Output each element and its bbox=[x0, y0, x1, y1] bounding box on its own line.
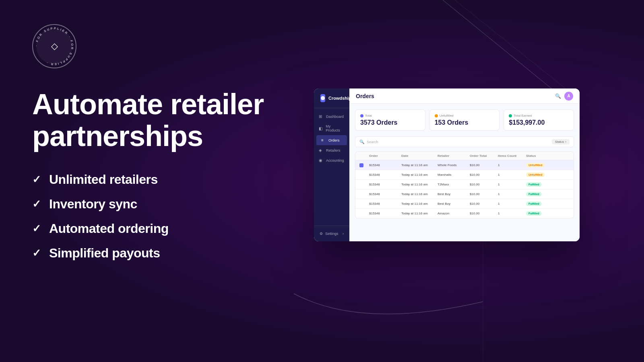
td-date-3: Today at 11:16 am bbox=[401, 183, 438, 186]
status-badge-6: Fulfilled bbox=[526, 211, 542, 216]
table-row[interactable]: $15348 Today at 11:16 am Marshalls $10.0… bbox=[355, 170, 574, 180]
settings-icon: ⚙ bbox=[320, 232, 323, 236]
td-total-6: $10.00 bbox=[470, 212, 498, 215]
stat-dot-total bbox=[360, 114, 363, 117]
sidebar-bottom: ⚙ Settings › bbox=[314, 226, 349, 241]
app-content: Total 3573 Orders Unfulfilled 153 Orders… bbox=[349, 104, 580, 241]
td-date-5: Today at 11:16 am bbox=[401, 202, 438, 206]
td-retailer-5: Best Buy bbox=[438, 202, 470, 206]
sidebar-item-products[interactable]: ◧ My Products bbox=[314, 121, 349, 135]
status-badge-4: Fulfilled bbox=[526, 192, 542, 196]
td-total-5: $10.00 bbox=[470, 202, 498, 206]
td-items-4: 1 bbox=[498, 192, 526, 196]
table-row[interactable]: $15348 Today at 11:16 am T2Maxx $10.00 1… bbox=[355, 180, 574, 189]
stats-row: Total 3573 Orders Unfulfilled 153 Orders… bbox=[355, 109, 574, 131]
stat-value-total: 3573 Orders bbox=[360, 119, 420, 126]
sidebar-nav: ⊞ Dashboard ◧ My Products ≡ Orders ◈ Ret… bbox=[314, 108, 349, 226]
svg-point-4 bbox=[321, 96, 325, 100]
th-date: Date bbox=[401, 154, 438, 158]
td-total-1: $10.00 bbox=[470, 163, 498, 167]
status-badge-5: Fulfilled bbox=[526, 202, 542, 206]
td-retailer-4: Best Buy bbox=[438, 192, 470, 196]
td-retailer-6: Amazon bbox=[438, 212, 470, 215]
stat-value-unfulfilled: 153 Orders bbox=[435, 119, 495, 126]
sidebar-item-orders[interactable]: ≡ Orders bbox=[316, 135, 347, 145]
status-chevron-icon: › bbox=[565, 140, 566, 144]
td-date-4: Today at 11:16 am bbox=[401, 192, 438, 196]
td-status-3: Fulfilled bbox=[526, 182, 554, 187]
td-status-2: Unfulfilled bbox=[526, 173, 554, 177]
check-icon-1: ✓ bbox=[32, 173, 41, 186]
feature-text-1: Unlimited retailers bbox=[49, 172, 158, 187]
th-items: Items Count bbox=[498, 154, 526, 158]
feature-text-3: Automated ordering bbox=[49, 221, 169, 236]
feature-item-3: ✓ Automated ordering bbox=[32, 221, 274, 236]
sidebar-label-retailers: Retailers bbox=[326, 148, 341, 152]
status-filter-button[interactable]: Status › bbox=[552, 139, 570, 144]
td-order-4: $15348 bbox=[369, 192, 401, 196]
sidebar-label-accounting: Accounting bbox=[326, 158, 344, 162]
td-date-6: Today at 11:16 am bbox=[401, 212, 438, 215]
table-row[interactable]: $15348 Today at 11:16 am Best Buy $10.00… bbox=[355, 189, 574, 199]
app-logo-icon bbox=[320, 94, 325, 102]
check-icon-4: ✓ bbox=[32, 247, 41, 259]
sidebar-item-dashboard[interactable]: ⊞ Dashboard bbox=[314, 111, 349, 121]
th-order: Order bbox=[369, 154, 401, 158]
table-header: Order Date Retailer Order Total Items Co… bbox=[355, 152, 574, 160]
td-status-6: Fulfilled bbox=[526, 211, 554, 216]
status-badge-1: Unfulfilled bbox=[526, 163, 545, 167]
header-right: 🔍 A bbox=[555, 92, 573, 101]
products-icon: ◧ bbox=[319, 126, 323, 131]
th-status: Status bbox=[526, 154, 554, 158]
app-sidebar: Crowdship ⊞ Dashboard ◧ My Products ≡ Or… bbox=[314, 88, 349, 241]
app-main: Orders 🔍 A Total 3573 Orders bbox=[349, 88, 580, 241]
accounting-icon: ◉ bbox=[319, 158, 324, 162]
td-status-4: Fulfilled bbox=[526, 192, 554, 196]
td-order-6: $15348 bbox=[369, 212, 401, 215]
th-checkbox bbox=[359, 154, 369, 158]
stat-card-earned: Total Earned $153,997.00 bbox=[504, 109, 574, 131]
sidebar-item-retailers[interactable]: ◈ Retailers bbox=[314, 145, 349, 155]
heading-line1: Automate retailer bbox=[32, 88, 264, 120]
orders-icon: ≡ bbox=[321, 138, 326, 142]
sidebar-item-accounting[interactable]: ◉ Accounting bbox=[314, 155, 349, 165]
td-total-4: $10.00 bbox=[470, 192, 498, 196]
features-list: ✓ Unlimited retailers ✓ Inventory sync ✓… bbox=[32, 172, 274, 261]
sidebar-item-settings[interactable]: ⚙ Settings › bbox=[318, 230, 345, 237]
status-badge-2: Unfulfilled bbox=[526, 173, 545, 177]
left-panel: · FOR SUPPLIER · FOR SUPPLIER · ◇ Automa… bbox=[32, 24, 274, 261]
td-items-1: 1 bbox=[498, 163, 526, 167]
td-checkbox-1[interactable] bbox=[359, 163, 369, 167]
stat-label-earned: Total Earned bbox=[509, 114, 569, 117]
search-header-icon[interactable]: 🔍 bbox=[555, 93, 561, 99]
td-items-5: 1 bbox=[498, 202, 526, 206]
table-row[interactable]: $15348 Today at 11:16 am Best Buy $10.00… bbox=[355, 199, 574, 209]
user-avatar[interactable]: A bbox=[564, 92, 573, 101]
stat-dot-earned bbox=[509, 114, 512, 117]
search-bar: 🔍 Search Status › bbox=[355, 136, 574, 147]
table-row[interactable]: $15348 Today at 11:16 am Amazon $10.00 1… bbox=[355, 209, 574, 218]
status-button-label: Status bbox=[555, 140, 564, 144]
feature-text-4: Simplified payouts bbox=[49, 246, 160, 261]
settings-chevron: › bbox=[343, 232, 344, 236]
sidebar-label-settings: Settings bbox=[325, 232, 339, 236]
heading-line2: partnerships bbox=[32, 120, 203, 152]
sidebar-label-dashboard: Dashboard bbox=[326, 115, 344, 119]
table-row[interactable]: $15348 Today at 11:16 am Whole Foods $10… bbox=[355, 160, 574, 170]
td-retailer-1: Whole Foods bbox=[438, 163, 470, 167]
td-items-6: 1 bbox=[498, 212, 526, 215]
td-items-2: 1 bbox=[498, 173, 526, 177]
sidebar-label-orders: Orders bbox=[328, 138, 340, 142]
td-date-1: Today at 11:16 am bbox=[401, 163, 438, 167]
logo-badge-inner: ◇ bbox=[36, 28, 72, 64]
stat-value-earned: $153,997.00 bbox=[509, 119, 569, 126]
logo-badge: · FOR SUPPLIER · FOR SUPPLIER · ◇ bbox=[32, 24, 76, 68]
status-badge-3: Fulfilled bbox=[526, 182, 542, 187]
td-total-3: $10.00 bbox=[470, 183, 498, 186]
retailers-icon: ◈ bbox=[319, 148, 324, 152]
stat-label-unfulfilled: Unfulfilled bbox=[435, 114, 495, 117]
feature-text-2: Inventory sync bbox=[49, 197, 137, 212]
main-heading: Automate retailer partnerships bbox=[32, 88, 274, 152]
orders-table: Order Date Retailer Order Total Items Co… bbox=[355, 151, 574, 218]
th-total: Order Total bbox=[470, 154, 498, 158]
